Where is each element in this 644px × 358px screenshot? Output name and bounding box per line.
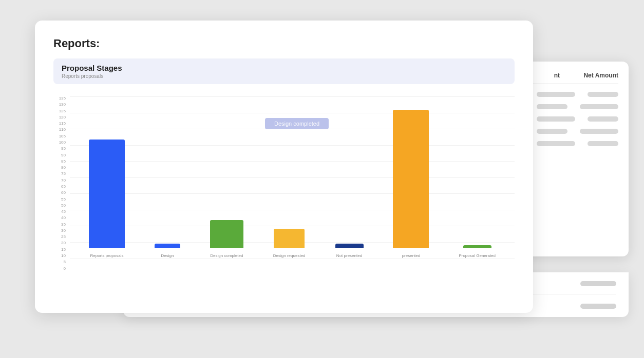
y-label: 5 [64, 260, 66, 264]
y-axis: 135 130 125 120 115 110 105 100 95 90 85… [53, 96, 70, 271]
cell-bar [580, 129, 618, 134]
cell-bar [537, 104, 567, 109]
chart-area: 135 130 125 120 115 110 105 100 95 90 85… [53, 96, 515, 271]
bar-group-design-requested: Design requested [273, 229, 306, 258]
bar-group-not-presented: Not presented [335, 244, 364, 258]
y-label: 65 [61, 185, 66, 189]
y-label: 135 [59, 96, 66, 101]
page-title: Reports: [53, 37, 515, 50]
y-label: 40 [61, 216, 66, 220]
bar-label-reports-proposals: Reports proposals [90, 253, 124, 258]
y-label: 55 [61, 197, 66, 202]
bar-label-not-presented: Not presented [336, 253, 362, 258]
proposal-header: Proposal Stages Reports proposals [53, 58, 515, 84]
cell-bar [537, 129, 567, 134]
y-label: 45 [61, 210, 66, 214]
cell-bar [588, 141, 618, 146]
cell-bar [537, 92, 575, 97]
y-label: 70 [61, 178, 66, 183]
y-label: 130 [59, 103, 66, 107]
bar-label-presented: presented [402, 253, 421, 258]
cell-bar [580, 104, 618, 109]
bar-group-design: Design [155, 244, 180, 258]
main-chart-card: Reports: Proposal Stages Reports proposa… [35, 21, 533, 313]
bar-label-proposal-generated: Proposal Generated [459, 253, 496, 258]
proposal-title: Proposal Stages [62, 64, 506, 72]
bar-group-presented: presented [393, 110, 429, 258]
y-label: 35 [61, 223, 66, 227]
cell-bar [588, 116, 618, 122]
y-label: 10 [61, 254, 66, 258]
col-header-net-amount: Net Amount [572, 72, 618, 79]
y-label: 120 [59, 115, 66, 120]
y-label: 110 [59, 128, 66, 132]
bar-proposal-generated [463, 245, 491, 248]
bar-group-design-completed: Design completed [210, 220, 243, 258]
y-label: 20 [61, 241, 66, 245]
bars-container: Reports proposals Design Design complete… [70, 96, 515, 258]
y-label: 30 [61, 229, 66, 233]
cell-bar [537, 116, 575, 122]
bar-label-design-requested: Design requested [273, 253, 306, 258]
y-label: 125 [59, 109, 66, 113]
bar-group-proposal-generated: Proposal Generated [459, 245, 496, 258]
y-label: 105 [59, 134, 66, 138]
bar-presented [393, 110, 429, 248]
y-label: 115 [59, 122, 66, 126]
y-label: 85 [61, 160, 66, 164]
bar-label-design-completed: Design completed [210, 253, 243, 258]
bar-design [155, 244, 180, 248]
bar-label-design: Design [161, 253, 174, 258]
y-label: 25 [61, 235, 66, 239]
cell-bar [588, 92, 618, 97]
bar-design-requested [274, 229, 305, 248]
bar-design-completed [210, 220, 243, 248]
row-bar-2 [580, 304, 616, 309]
bar-not-presented [335, 244, 364, 248]
bar-group-reports-proposals: Reports proposals [89, 140, 125, 258]
proposal-subtitle: Reports proposals [62, 73, 506, 79]
y-label: 75 [61, 172, 66, 176]
y-label: 60 [61, 191, 66, 195]
y-label: 95 [61, 147, 66, 151]
bar-reports-proposals [89, 140, 125, 248]
chart-body: Design completed Reports proposals Desig… [70, 96, 515, 271]
y-label: 90 [61, 153, 66, 157]
y-label: 15 [61, 248, 66, 252]
y-label: 0 [64, 267, 66, 271]
y-label: 100 [59, 141, 66, 145]
y-label: 50 [61, 204, 66, 208]
row-bar-2 [580, 281, 616, 286]
cell-bar [537, 141, 575, 146]
y-label: 80 [61, 166, 66, 170]
